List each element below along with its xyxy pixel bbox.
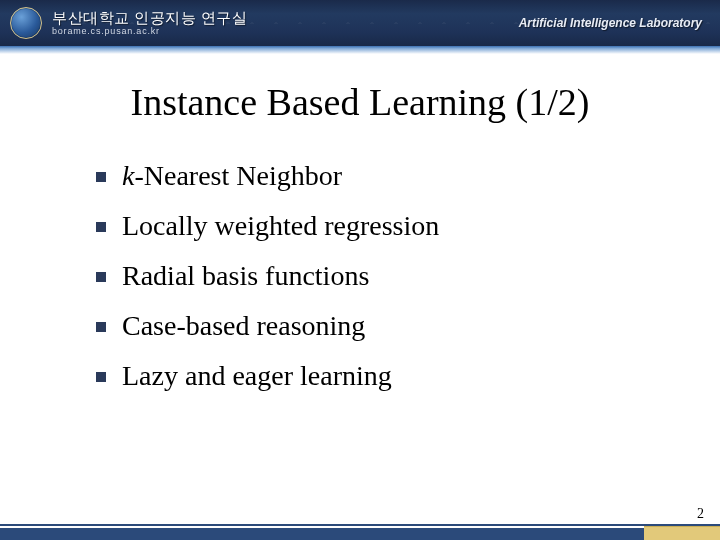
footer-rule-thick xyxy=(0,528,720,540)
lab-name: Artificial Intelligence Laboratory xyxy=(519,16,702,30)
list-item: Case-based reasoning xyxy=(96,312,720,340)
university-logo-icon xyxy=(10,7,42,39)
bullet-list: k-Nearest Neighbor Locally weighted regr… xyxy=(96,162,720,390)
bullet-italic-prefix: k xyxy=(122,160,134,191)
university-name: 부산대학교 인공지능 연구실 xyxy=(52,10,247,26)
list-item: Radial basis functions xyxy=(96,262,720,290)
page-number: 2 xyxy=(697,506,704,522)
list-item: Lazy and eager learning xyxy=(96,362,720,390)
bullet-text: Case-based reasoning xyxy=(122,310,365,341)
bullet-text: Lazy and eager learning xyxy=(122,360,392,391)
slide-title: Instance Based Learning (1/2) xyxy=(0,80,720,124)
university-url: borame.cs.pusan.ac.kr xyxy=(52,27,247,36)
footer-accent xyxy=(644,526,720,540)
list-item: Locally weighted regression xyxy=(96,212,720,240)
header-underline xyxy=(0,46,720,54)
bullet-text: Locally weighted regression xyxy=(122,210,439,241)
footer-rule-thin xyxy=(0,524,720,526)
header-bar: 부산대학교 인공지능 연구실 borame.cs.pusan.ac.kr Art… xyxy=(0,0,720,46)
list-item: k-Nearest Neighbor xyxy=(96,162,720,190)
university-block: 부산대학교 인공지능 연구실 borame.cs.pusan.ac.kr xyxy=(52,10,247,36)
slide: 부산대학교 인공지능 연구실 borame.cs.pusan.ac.kr Art… xyxy=(0,0,720,540)
bullet-text: -Nearest Neighbor xyxy=(134,160,342,191)
footer: 2 xyxy=(0,510,720,540)
bullet-text: Radial basis functions xyxy=(122,260,369,291)
